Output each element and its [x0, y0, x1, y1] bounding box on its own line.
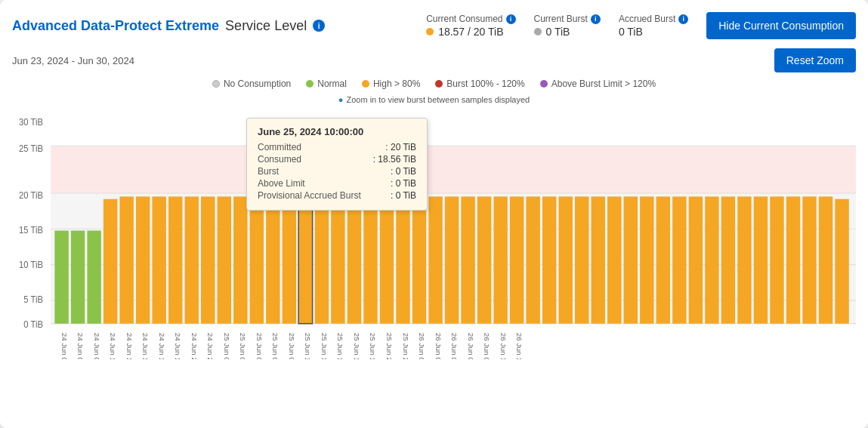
svg-rect-58 — [737, 196, 751, 323]
no-consumption-dot — [212, 80, 220, 88]
page-title-blue: Advanced Data-Protect Extreme — [12, 18, 219, 34]
svg-text:25 TiB: 25 TiB — [19, 143, 43, 153]
svg-rect-48 — [575, 196, 588, 323]
svg-rect-46 — [542, 196, 556, 323]
current-burst-stat: Current Burst i 0 TiB — [534, 14, 601, 38]
accrued-burst-info-icon[interactable]: i — [678, 14, 688, 24]
svg-text:26 Jun 12:00: 26 Jun 12:00 — [515, 333, 524, 359]
svg-rect-40 — [445, 196, 459, 323]
svg-text:24 Jun 18:00: 24 Jun 18:00 — [174, 333, 182, 359]
svg-rect-22 — [152, 196, 165, 323]
svg-text:24 Jun 22:00: 24 Jun 22:00 — [206, 333, 215, 359]
svg-rect-26 — [218, 196, 231, 323]
legend-sub: ● Zoom in to view burst between samples … — [12, 95, 856, 104]
svg-rect-43 — [493, 196, 507, 323]
svg-rect-51 — [624, 196, 638, 323]
svg-text:26 Jun 06:00: 26 Jun 06:00 — [467, 333, 475, 359]
header: Advanced Data-Protect Extreme Service Le… — [12, 12, 856, 39]
svg-rect-61 — [786, 196, 800, 323]
svg-rect-55 — [689, 196, 703, 323]
svg-rect-35 — [363, 196, 377, 323]
legend-above-burst: Above Burst Limit > 120% — [540, 79, 656, 89]
svg-rect-60 — [770, 196, 783, 323]
svg-rect-34 — [348, 196, 361, 323]
header-left: Advanced Data-Protect Extreme Service Le… — [12, 18, 325, 34]
svg-rect-25 — [201, 196, 215, 323]
accrued-burst-label: Accrued Burst i — [619, 14, 688, 24]
svg-text:10 TiB: 10 TiB — [19, 260, 43, 269]
reset-zoom-button[interactable]: Reset Zoom — [774, 48, 856, 72]
svg-text:24 Jun 04:00: 24 Jun 04:00 — [60, 333, 69, 359]
svg-text:25 Jun 16:00: 25 Jun 16:00 — [353, 333, 361, 359]
page-title-normal: Service Level — [225, 18, 307, 34]
current-burst-info-icon[interactable]: i — [591, 14, 601, 24]
svg-text:24 Jun 16:00: 24 Jun 16:00 — [158, 333, 166, 359]
chart-svg: 0 TiB 5 TiB 10 TiB 15 TiB 20 TiB 25 TiB … — [12, 110, 856, 359]
svg-rect-24 — [185, 196, 199, 323]
svg-rect-16 — [54, 231, 68, 324]
svg-text:26 Jun 02:00: 26 Jun 02:00 — [434, 333, 443, 359]
main-container: Advanced Data-Protect Extreme Service Le… — [0, 0, 868, 428]
svg-text:25 Jun 08:00: 25 Jun 08:00 — [288, 333, 296, 359]
date-range: Jun 23, 2024 - Jun 30, 2024 — [12, 55, 134, 66]
legend: No Consumption Normal High > 80% Burst 1… — [12, 79, 856, 89]
svg-rect-33 — [331, 196, 344, 323]
svg-rect-64 — [835, 199, 848, 324]
svg-rect-30 — [283, 196, 296, 323]
svg-text:26 Jun 04:00: 26 Jun 04:00 — [450, 333, 459, 359]
hide-current-consumption-button[interactable]: Hide Current Consumption — [706, 12, 856, 39]
svg-text:30 TiB: 30 TiB — [19, 116, 43, 126]
chart-area[interactable]: 0 TiB 5 TiB 10 TiB 15 TiB 20 TiB 25 TiB … — [12, 110, 856, 359]
legend-high: High > 80% — [362, 79, 420, 89]
current-burst-value: 0 TiB — [534, 26, 601, 38]
svg-rect-38 — [412, 196, 426, 323]
svg-rect-63 — [819, 196, 832, 323]
svg-rect-36 — [380, 196, 394, 323]
svg-rect-52 — [640, 196, 653, 323]
svg-rect-28 — [250, 196, 264, 323]
legend-normal: Normal — [306, 79, 347, 89]
svg-text:24 Jun 06:00: 24 Jun 06:00 — [76, 333, 85, 359]
svg-text:15 TiB: 15 TiB — [19, 224, 43, 234]
svg-rect-20 — [119, 196, 133, 323]
svg-text:0 TiB: 0 TiB — [23, 319, 43, 329]
svg-rect-0 — [51, 146, 856, 193]
svg-rect-32 — [315, 196, 329, 323]
svg-rect-45 — [526, 196, 539, 323]
svg-rect-49 — [592, 196, 605, 323]
service-level-info-icon[interactable]: i — [313, 20, 325, 32]
legend-no-consumption: No Consumption — [212, 79, 291, 89]
svg-rect-47 — [558, 196, 572, 323]
svg-rect-59 — [754, 196, 768, 323]
svg-text:25 Jun 00:00: 25 Jun 00:00 — [223, 333, 231, 359]
svg-text:24 Jun 12:00: 24 Jun 12:00 — [125, 333, 134, 359]
high-dot — [362, 80, 369, 88]
svg-rect-57 — [721, 196, 735, 323]
burst-dot — [534, 28, 542, 35]
svg-rect-23 — [168, 196, 182, 323]
svg-text:24 Jun 20:00: 24 Jun 20:00 — [190, 333, 199, 359]
svg-text:24 Jun 14:00: 24 Jun 14:00 — [141, 333, 150, 359]
svg-text:25 Jun 04:00: 25 Jun 04:00 — [255, 333, 264, 359]
svg-text:24 Jun 10:00: 24 Jun 10:00 — [109, 333, 117, 359]
normal-dot — [306, 80, 314, 88]
svg-rect-41 — [461, 196, 474, 323]
svg-text:26 Jun 00:00: 26 Jun 00:00 — [418, 333, 426, 359]
svg-rect-53 — [656, 196, 670, 323]
svg-text:24 Jun 08:00: 24 Jun 08:00 — [93, 333, 101, 359]
svg-rect-42 — [477, 196, 491, 323]
svg-text:5 TiB: 5 TiB — [23, 294, 43, 304]
chart-header: Jun 23, 2024 - Jun 30, 2024 Reset Zoom — [12, 48, 856, 72]
above-burst-dot — [540, 80, 548, 88]
svg-rect-31 — [298, 196, 312, 323]
svg-rect-18 — [87, 231, 100, 324]
svg-text:26 Jun 08:00: 26 Jun 08:00 — [483, 333, 491, 359]
svg-text:25 Jun 18:00: 25 Jun 18:00 — [369, 333, 378, 359]
svg-text:25 Jun 02:00: 25 Jun 02:00 — [239, 333, 247, 359]
svg-rect-54 — [672, 196, 686, 323]
svg-text:25 Jun 20:00: 25 Jun 20:00 — [385, 333, 394, 359]
svg-rect-17 — [71, 231, 85, 324]
current-consumed-stat: Current Consumed i 18.57 / 20 TiB — [426, 14, 515, 38]
svg-rect-62 — [802, 196, 816, 323]
current-consumed-info-icon[interactable]: i — [506, 14, 516, 24]
